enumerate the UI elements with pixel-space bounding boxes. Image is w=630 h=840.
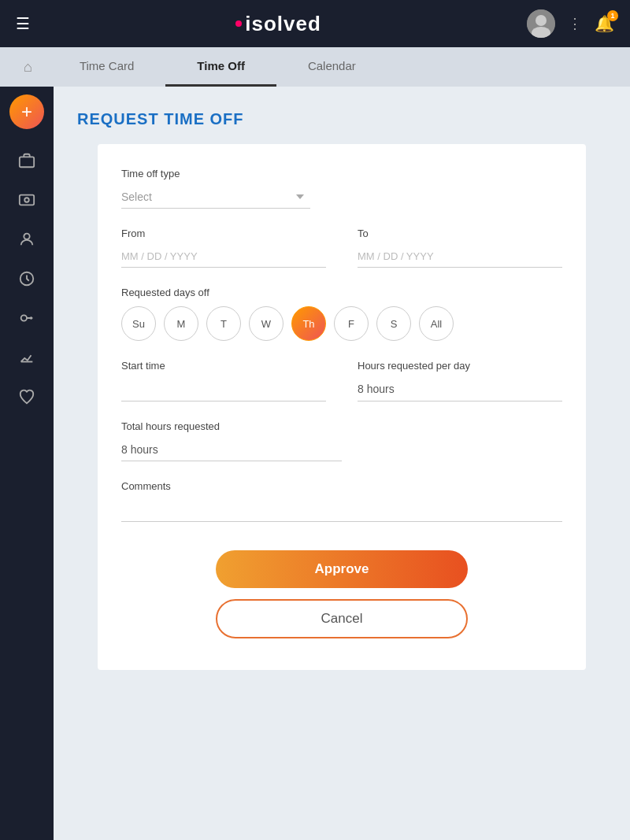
comments-group: Comments xyxy=(121,480,562,525)
svg-point-1 xyxy=(536,15,547,26)
sidebar-icon-key[interactable] xyxy=(11,302,43,334)
day-m[interactable]: M xyxy=(164,306,198,341)
add-button[interactable]: + xyxy=(9,94,44,129)
time-row: Start time Hours requested per day 8 hou… xyxy=(121,360,562,401)
total-hours-value: 8 hours xyxy=(121,439,342,461)
hamburger-icon[interactable]: ☰ xyxy=(16,14,30,33)
tab-time-off[interactable]: Time Off xyxy=(165,47,276,87)
date-row: From To xyxy=(121,228,562,268)
comments-label: Comments xyxy=(121,480,562,492)
sidebar: + xyxy=(0,87,54,840)
button-row: Approve Cancel xyxy=(121,550,562,638)
from-input[interactable] xyxy=(121,246,326,268)
tab-time-card[interactable]: Time Card xyxy=(48,47,165,87)
to-input[interactable] xyxy=(358,246,562,268)
start-time-value xyxy=(121,378,326,401)
from-group: From xyxy=(121,228,326,268)
svg-rect-3 xyxy=(20,157,34,167)
page-title: REQUEST TIME OFF xyxy=(77,110,606,128)
start-time-label: Start time xyxy=(121,360,326,372)
main-layout: + xyxy=(0,87,630,840)
from-label: From xyxy=(121,228,326,239)
day-all[interactable]: All xyxy=(419,306,454,341)
home-icon[interactable]: ⌂ xyxy=(24,59,32,76)
time-off-type-select[interactable]: Select xyxy=(121,186,310,209)
days-row: Su M T W Th F S All xyxy=(121,306,562,341)
time-off-type-group: Time off type Select xyxy=(121,168,562,209)
day-th[interactable]: Th xyxy=(291,306,326,341)
top-bar: ☰ isolved ⋮ 🔔 1 xyxy=(0,0,630,47)
sidebar-icon-money[interactable] xyxy=(11,184,43,216)
form-card: Time off type Select From To Requested d… xyxy=(98,144,586,670)
day-w[interactable]: W xyxy=(249,306,284,341)
avatar[interactable] xyxy=(527,9,555,38)
tab-calendar[interactable]: Calendar xyxy=(276,47,387,87)
notification-bell[interactable]: 🔔 1 xyxy=(595,14,614,33)
logo-dot xyxy=(235,20,242,27)
time-off-type-label: Time off type xyxy=(121,168,562,179)
more-options-icon[interactable]: ⋮ xyxy=(568,15,582,32)
sidebar-icon-briefcase[interactable] xyxy=(11,145,43,176)
sidebar-icon-chart[interactable] xyxy=(11,342,43,373)
content-area: REQUEST TIME OFF Time off type Select Fr… xyxy=(54,87,630,840)
day-s[interactable]: S xyxy=(376,306,411,341)
svg-point-5 xyxy=(24,198,29,202)
day-su[interactable]: Su xyxy=(121,306,156,341)
day-t[interactable]: T xyxy=(206,306,241,341)
total-hours-label: Total hours requested xyxy=(121,420,562,432)
sidebar-icon-person[interactable] xyxy=(11,224,43,255)
svg-point-6 xyxy=(24,234,29,239)
logo: isolved xyxy=(235,12,321,36)
to-group: To xyxy=(358,228,562,268)
svg-point-8 xyxy=(21,315,27,320)
sidebar-icon-heart[interactable] xyxy=(11,381,43,413)
requested-days-label: Requested days off xyxy=(121,287,562,298)
day-f[interactable]: F xyxy=(334,306,369,341)
sidebar-icon-clock[interactable] xyxy=(11,263,43,294)
hours-per-day-label: Hours requested per day xyxy=(358,360,562,372)
total-hours-group: Total hours requested 8 hours xyxy=(121,420,562,461)
comments-input[interactable] xyxy=(121,498,562,522)
notification-badge: 1 xyxy=(607,10,618,21)
hours-per-day-group: Hours requested per day 8 hours xyxy=(358,360,562,401)
hours-per-day-value: 8 hours xyxy=(358,378,562,401)
tab-bar: ⌂ Time Card Time Off Calendar xyxy=(0,47,630,87)
to-label: To xyxy=(358,228,562,239)
approve-button[interactable]: Approve xyxy=(216,550,468,588)
svg-rect-4 xyxy=(20,195,34,205)
requested-days-group: Requested days off Su M T W Th F S All xyxy=(121,287,562,341)
start-time-group: Start time xyxy=(121,360,326,401)
cancel-button[interactable]: Cancel xyxy=(216,599,468,638)
